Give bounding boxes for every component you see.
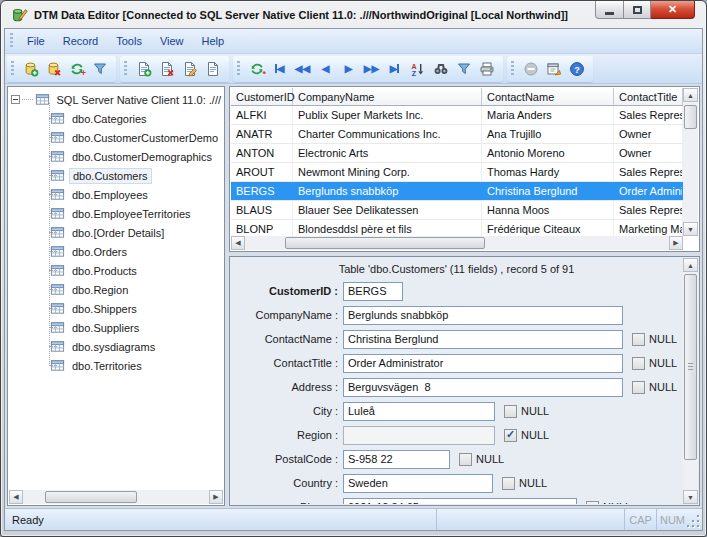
tree-item-region[interactable]: dbo.Region [8, 280, 224, 299]
refresh-button[interactable]: • [245, 58, 268, 80]
title-bar[interactable]: DTM Data Editor [Connected to SQL Server… [4, 1, 703, 28]
field-input-postalcode[interactable] [343, 450, 450, 469]
scroll-right-icon[interactable]: ▶ [669, 236, 683, 250]
form-vertical-scrollbar[interactable]: ▲ ▼ [683, 258, 698, 504]
grid-row-alfki[interactable]: ALFKIPublix Super Markets Inc.Maria Ande… [231, 106, 683, 125]
field-input-contactname[interactable] [343, 330, 623, 349]
grid-row-bergs-selected[interactable]: BERGSBerglunds snabbköpChristina Berglun… [231, 182, 683, 201]
tree-item-shippers[interactable]: dbo.Shippers [8, 299, 224, 318]
fast-backward-button[interactable]: ◀◀ [291, 58, 314, 80]
column-header-customerid[interactable]: CustomerID [231, 88, 293, 105]
tree-item-employeeterritories[interactable]: dbo.EmployeeTerritories [8, 204, 224, 223]
field-input-companyname[interactable] [343, 306, 623, 325]
field-input-address[interactable] [343, 378, 623, 397]
grid-horizontal-scrollbar[interactable]: ◀ ▶ [231, 236, 683, 250]
scroll-down-icon[interactable]: ▼ [683, 222, 698, 236]
tree-item-sysdiagrams[interactable]: dbo.sysdiagrams [8, 337, 224, 356]
delete-record-button[interactable] [155, 58, 178, 80]
null-checkbox[interactable] [632, 357, 645, 370]
record-delete-icon [159, 61, 175, 77]
menu-record[interactable]: Record [54, 31, 107, 51]
tree-item-products[interactable]: dbo.Products [8, 261, 224, 280]
menu-grip[interactable] [10, 33, 13, 49]
first-record-button[interactable]: ◀ [268, 58, 291, 80]
tree-root-connection[interactable]: SQL Server Native Client 11.0: ./// [8, 90, 224, 109]
tree-item-customercustomerdemo[interactable]: dbo.CustomerCustomerDemo [8, 128, 224, 147]
properties-button[interactable] [542, 58, 565, 80]
previous-record-button[interactable]: ◀ [314, 58, 337, 80]
minimize-button[interactable] [595, 1, 624, 19]
grid-row-anton[interactable]: ANTONElectronic ArtsAntonio MorenoOwner [231, 144, 683, 163]
scroll-right-icon[interactable]: ▶ [209, 490, 223, 504]
null-checkbox[interactable] [632, 381, 645, 394]
properties-icon [546, 61, 562, 77]
last-record-button[interactable]: ▶ [383, 58, 406, 80]
menu-tools[interactable]: Tools [107, 31, 151, 51]
scroll-left-icon[interactable]: ◀ [9, 490, 23, 504]
field-input-country[interactable] [343, 474, 493, 493]
toolbar-grip[interactable] [124, 61, 127, 77]
menu-file[interactable]: File [18, 31, 54, 51]
column-header-companyname[interactable]: CompanyName [293, 88, 482, 105]
grid-row-anatr[interactable]: ANATRCharter Communications Inc.Ana Truj… [231, 125, 683, 144]
field-input-customerid[interactable] [343, 282, 403, 301]
tree-item-order-details[interactable]: dbo.[Order Details] [8, 223, 224, 242]
menu-help[interactable]: Help [193, 31, 234, 51]
add-database-button[interactable] [19, 58, 42, 80]
scroll-up-icon[interactable]: ▲ [683, 88, 698, 102]
menu-view[interactable]: View [151, 31, 193, 51]
find-button[interactable] [429, 58, 452, 80]
scrollbar-thumb[interactable] [684, 105, 697, 129]
sort-button[interactable] [406, 58, 429, 80]
toolbar-grip[interactable] [11, 61, 14, 77]
grid-vertical-scrollbar[interactable]: ▲ ▼ [683, 88, 698, 236]
grid-row-blonp[interactable]: BLONPBlondesddsl père et filsFrédérique … [231, 220, 683, 236]
filter-records-button[interactable] [452, 58, 475, 80]
tree-item-orders[interactable]: dbo.Orders [8, 242, 224, 261]
scrollbar-thumb[interactable] [285, 237, 485, 249]
tree-item-customers[interactable]: dbo.Customers [8, 166, 224, 185]
column-header-contactname[interactable]: ContactName [482, 88, 614, 105]
null-checkbox[interactable] [586, 501, 599, 505]
maximize-button[interactable] [624, 1, 651, 19]
tree-item-categories[interactable]: dbo.Categories [8, 109, 224, 128]
tree-item-territories[interactable]: dbo.Territories [8, 356, 224, 375]
new-record-button[interactable] [132, 58, 155, 80]
filter-button[interactable] [88, 58, 111, 80]
column-header-contacttitle[interactable]: ContactTitle [614, 88, 683, 105]
scrollbar-thumb[interactable] [684, 274, 697, 460]
grid-row-arout[interactable]: AROUTNewmont Mining Corp.Thomas HardySal… [231, 163, 683, 182]
tree-item-customerdemographics[interactable]: dbo.CustomerDemographics [8, 147, 224, 166]
scroll-left-icon[interactable]: ◀ [231, 236, 245, 250]
close-button[interactable]: ✕ [651, 1, 695, 19]
tree-horizontal-scrollbar[interactable]: ◀ ▶ [9, 490, 223, 504]
toolbar-grip[interactable] [237, 61, 240, 77]
next-record-button[interactable]: ▶ [337, 58, 360, 80]
null-checkbox[interactable] [632, 333, 645, 346]
collapse-icon[interactable] [11, 95, 20, 104]
print-button[interactable] [475, 58, 498, 80]
tree-item-employees[interactable]: dbo.Employees [8, 185, 224, 204]
edit-record-button[interactable] [178, 58, 201, 80]
scrollbar-thumb[interactable] [45, 491, 137, 503]
fast-forward-button[interactable]: ▶▶ [360, 58, 383, 80]
null-checkbox[interactable] [502, 477, 515, 490]
field-input-region[interactable] [343, 426, 495, 445]
null-checkbox[interactable] [504, 405, 517, 418]
refresh-data-button[interactable]: + [65, 58, 88, 80]
null-checkbox[interactable] [459, 453, 472, 466]
field-input-phone[interactable] [343, 498, 577, 505]
scroll-down-icon[interactable]: ▼ [683, 490, 698, 504]
blank-record-button[interactable] [201, 58, 224, 80]
toolbar-grip[interactable] [511, 61, 514, 77]
resize-grip[interactable] [688, 509, 702, 530]
tree-item-suppliers[interactable]: dbo.Suppliers [8, 318, 224, 337]
help-button[interactable] [565, 58, 588, 80]
main-area: SQL Server Native Client 11.0: ./// dbo.… [5, 84, 702, 508]
remove-database-button[interactable] [42, 58, 65, 80]
scroll-up-icon[interactable]: ▲ [683, 258, 698, 272]
null-checkbox-checked[interactable] [504, 429, 517, 442]
field-input-contacttitle[interactable] [343, 354, 623, 373]
field-input-city[interactable] [343, 402, 495, 421]
grid-row-blaus[interactable]: BLAUSBlauer See DelikatessenHanna MoosSa… [231, 201, 683, 220]
